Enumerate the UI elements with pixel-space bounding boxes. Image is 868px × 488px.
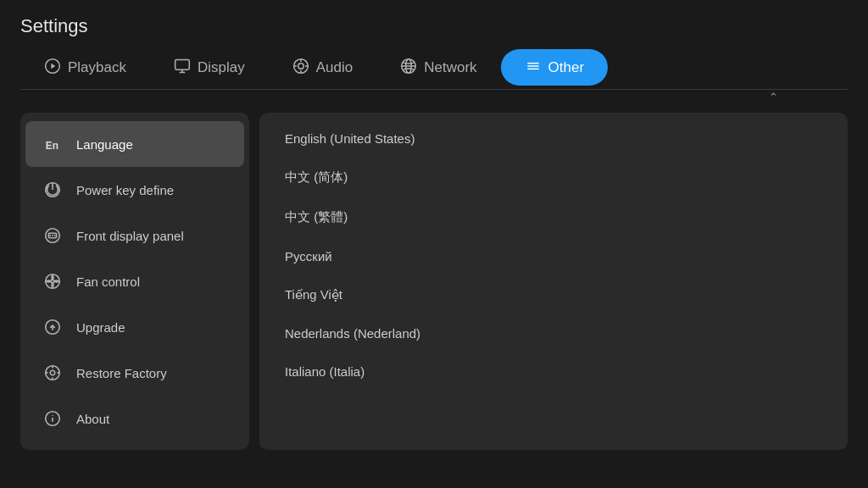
page-title: Settings [20, 15, 848, 37]
menu-item-about[interactable]: About [25, 396, 244, 441]
tab-network[interactable]: Network [376, 49, 500, 89]
svg-point-23 [52, 235, 53, 236]
menu-item-power-key[interactable]: Power key define [25, 167, 244, 213]
tab-bar: Playback Display [20, 49, 848, 90]
menu-item-restore-factory[interactable]: Restore Factory [25, 350, 244, 396]
svg-rect-2 [175, 60, 190, 70]
tab-audio-label: Audio [316, 59, 353, 76]
restore-factory-icon [41, 361, 64, 385]
left-panel: En Language Power key define [20, 113, 249, 450]
other-icon [525, 58, 542, 77]
chevron-icon: ⌃ [769, 92, 778, 103]
language-icon: En [41, 132, 64, 156]
lang-chinese-traditional[interactable]: 中文 (繁體) [264, 197, 843, 237]
tab-display[interactable]: Display [150, 49, 269, 89]
tab-network-label: Network [424, 59, 476, 76]
menu-item-power-key-label: Power key define [76, 183, 174, 197]
lang-english-us[interactable]: English (United States) [264, 119, 843, 158]
playback-icon [44, 58, 61, 77]
tab-display-label: Display [198, 59, 245, 76]
tab-playback-label: Playback [68, 59, 126, 76]
tab-other-label: Other [548, 59, 585, 76]
power-key-icon [41, 178, 64, 202]
network-icon [400, 58, 417, 77]
svg-point-24 [54, 235, 56, 236]
svg-point-26 [51, 280, 54, 283]
right-panel: English (United States) 中文 (简体) 中文 (繁體) … [259, 113, 848, 450]
content-area: En Language Power key define [0, 103, 868, 460]
audio-icon [292, 58, 309, 77]
lang-dutch[interactable]: Nederlands (Nederland) [264, 314, 843, 352]
menu-item-language-label: Language [76, 137, 133, 152]
front-display-icon [41, 224, 64, 247]
svg-point-22 [49, 235, 51, 236]
lang-italian[interactable]: Italiano (Italia) [264, 352, 843, 391]
about-icon [41, 407, 64, 430]
tab-other[interactable]: Other [501, 49, 609, 86]
lang-russian[interactable]: Русский [264, 237, 843, 275]
svg-point-37 [52, 415, 53, 416]
chevron-row: ⌃ [20, 90, 848, 103]
menu-item-language[interactable]: En Language [25, 121, 244, 167]
tab-playback[interactable]: Playback [20, 49, 150, 89]
svg-point-6 [298, 64, 303, 69]
tab-audio[interactable]: Audio [269, 49, 376, 89]
menu-item-fan-control-label: Fan control [76, 274, 140, 289]
header: Settings Playback Display [0, 0, 868, 103]
fan-control-icon [41, 269, 64, 293]
menu-item-restore-factory-label: Restore Factory [76, 366, 167, 380]
lang-vietnamese[interactable]: Tiếng Việt [264, 275, 843, 314]
menu-item-front-display[interactable]: Front display panel [25, 213, 244, 258]
svg-marker-1 [51, 64, 55, 69]
display-icon [174, 58, 191, 77]
upgrade-icon [41, 315, 64, 339]
menu-item-fan-control[interactable]: Fan control [25, 258, 244, 304]
menu-item-upgrade-label: Upgrade [76, 320, 125, 335]
lang-chinese-simplified[interactable]: 中文 (简体) [264, 158, 843, 197]
menu-item-about-label: About [76, 412, 109, 426]
svg-point-30 [50, 370, 55, 375]
svg-text:En: En [46, 140, 58, 152]
menu-item-front-display-label: Front display panel [76, 229, 184, 243]
menu-item-upgrade[interactable]: Upgrade [25, 304, 244, 350]
